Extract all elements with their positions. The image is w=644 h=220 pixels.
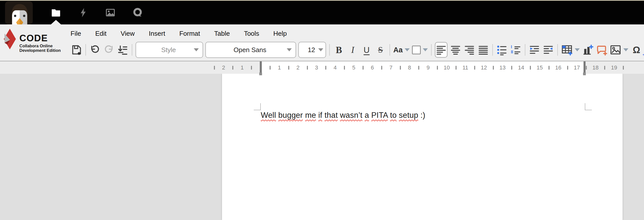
character-format-dropdown[interactable]: Aa (393, 43, 410, 57)
text-boundary-corner-icon (585, 103, 592, 110)
ruler-number: 1 (278, 64, 281, 71)
menu-edit[interactable]: Edit (88, 27, 114, 40)
word: to (390, 111, 397, 120)
align-center-button[interactable] (450, 43, 461, 57)
chevron-down-icon (405, 48, 410, 51)
penguin-avatar[interactable] (5, 1, 33, 24)
menubar: FileEditViewInsertFormatTableToolsHelp (63, 27, 294, 40)
left-indent-handle[interactable] (259, 72, 262, 75)
strikethrough-button[interactable]: S (375, 43, 386, 57)
ruler-number: 14 (518, 64, 524, 71)
ruler-tick (363, 66, 364, 69)
collabora-logo-icon (4, 28, 16, 50)
save-button[interactable] (71, 43, 82, 57)
toolbar-separator (557, 44, 558, 56)
ruler-number: 8 (408, 64, 411, 71)
italic-button[interactable]: I (347, 43, 359, 57)
font-size-select[interactable]: 12 (298, 42, 326, 58)
align-left-icon (436, 44, 447, 55)
insert-chart-button[interactable] (582, 43, 594, 57)
paragraph-text[interactable]: Well bugger me if that wasn’t a PITA to … (261, 111, 425, 120)
activity-app-button[interactable] (70, 1, 97, 24)
undo-icon (89, 44, 101, 55)
align-right-button[interactable] (464, 43, 475, 57)
font-name-select[interactable]: Open Sans (205, 42, 296, 58)
redo-icon (103, 44, 114, 55)
ruler-number: 5 (352, 64, 355, 71)
highlight-color-dropdown[interactable] (412, 43, 428, 57)
menu-format[interactable]: Format (172, 27, 207, 40)
right-indent-handle[interactable] (583, 72, 586, 75)
menu-file[interactable]: File (63, 27, 88, 40)
bullet-list-button[interactable] (496, 43, 508, 57)
ruler-tick (325, 66, 326, 69)
ruler-tick (214, 66, 215, 69)
photos-icon (105, 7, 116, 18)
document-repair-button[interactable] (117, 43, 128, 57)
align-justify-icon (478, 44, 489, 55)
save-icon (71, 44, 82, 56)
app-switcher (42, 1, 151, 24)
toolbar-separator (525, 44, 525, 56)
ruler-tick (511, 66, 512, 69)
svg-text:I: I (511, 45, 512, 49)
undo-button[interactable] (89, 43, 101, 57)
insert-table-icon (561, 44, 573, 56)
ruler-number: 16 (555, 64, 561, 71)
q-bubble-icon (132, 7, 143, 18)
word: that (325, 111, 338, 120)
numbered-list-button[interactable]: I II (510, 43, 522, 57)
paragraph-style-value: Style (136, 46, 203, 54)
document-page[interactable]: Well bugger me if that wasn’t a PITA to … (222, 74, 623, 220)
document-canvas: Well bugger me if that wasn’t a PITA to … (0, 74, 644, 220)
bold-button[interactable]: B (333, 43, 345, 57)
ruler-tick (623, 66, 624, 69)
ruler-number: 7 (389, 64, 392, 71)
ruler-number: 6 (371, 64, 374, 71)
ruler-tick (251, 66, 252, 69)
right-margin-bar[interactable] (584, 61, 586, 74)
word: if (318, 111, 322, 120)
talk-app-button[interactable] (124, 1, 151, 24)
ruler-number: 2 (296, 64, 299, 71)
align-left-button[interactable] (435, 42, 447, 58)
insert-table-dropdown[interactable] (561, 43, 580, 57)
chevron-down-icon (623, 48, 628, 51)
underline-button[interactable]: U (361, 43, 372, 57)
menu-insert[interactable]: Insert (142, 27, 172, 40)
word: wasn’t (340, 111, 362, 120)
word: setup (399, 111, 418, 120)
folder-icon (51, 7, 61, 18)
decrease-indent-button[interactable] (542, 43, 554, 57)
menu-tools[interactable]: Tools (237, 27, 266, 40)
photos-app-button[interactable] (97, 1, 124, 24)
document-repair-icon (117, 44, 128, 56)
insert-special-character-button[interactable]: Ω + (631, 43, 642, 57)
files-app-button[interactable] (42, 1, 70, 24)
insert-comment-button[interactable] (596, 43, 607, 57)
align-justify-button[interactable] (477, 43, 489, 57)
word: me (305, 111, 316, 120)
editor-header: CODE Collabora Online Development Editio… (0, 24, 644, 61)
insert-image-dropdown[interactable] (610, 43, 628, 57)
app-topbar (0, 1, 644, 24)
ruler-tick (307, 66, 308, 69)
toolbar-separator (85, 44, 86, 56)
menu-view[interactable]: View (114, 27, 142, 40)
increase-indent-button[interactable] (529, 43, 540, 57)
svg-text:II: II (511, 50, 513, 54)
ruler-number: 3 (315, 64, 318, 71)
ruler-tick (437, 66, 438, 69)
numbered-list-icon: I II (510, 44, 521, 55)
ruler-tick (288, 66, 289, 69)
left-margin-bar[interactable] (260, 61, 262, 74)
menu-table[interactable]: Table (207, 27, 237, 40)
redo-button[interactable] (103, 43, 115, 57)
omega-icon: Ω (633, 45, 640, 55)
chevron-down-icon (287, 48, 292, 51)
ruler-number: 15 (537, 64, 543, 71)
insert-comment-icon (596, 44, 607, 56)
paragraph-style-select[interactable]: Style (136, 42, 203, 58)
menu-help[interactable]: Help (266, 27, 294, 40)
ruler-tick (456, 66, 457, 69)
